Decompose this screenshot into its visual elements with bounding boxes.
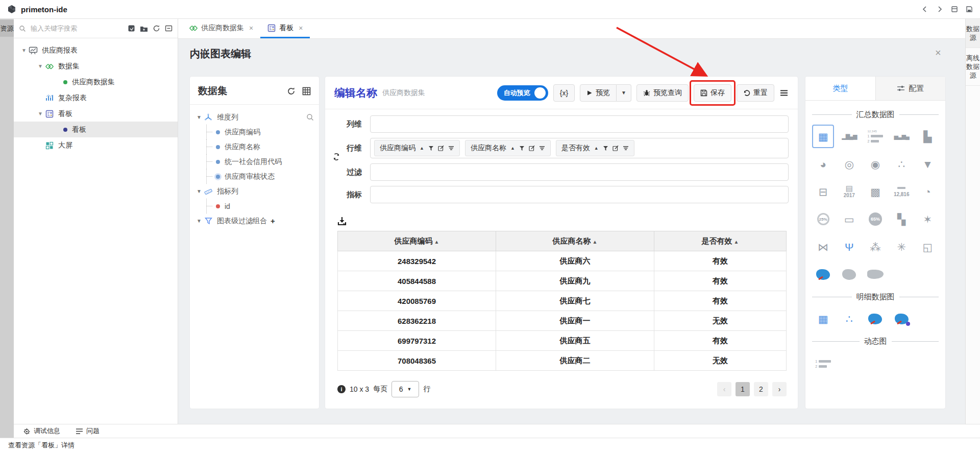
liquid-fill-chart-icon[interactable]: 65% xyxy=(864,207,886,231)
progress-bar-chart-icon[interactable]: ▭ xyxy=(838,207,860,231)
wordcloud-chart-icon[interactable]: ✳ xyxy=(891,235,913,258)
type-panel-tab-0[interactable]: 类型 xyxy=(805,77,875,100)
rose-chart-icon[interactable]: ◉ xyxy=(864,152,886,176)
field-dropzone[interactable] xyxy=(370,115,789,133)
dynamic-bar-chart-icon[interactable]: 12 xyxy=(812,351,834,375)
reset-button[interactable]: 重置 xyxy=(737,84,774,102)
edit-icon[interactable] xyxy=(438,145,444,151)
page-button-2[interactable]: 2 xyxy=(754,382,768,396)
edit-icon[interactable] xyxy=(529,145,535,151)
field-dropzone[interactable] xyxy=(370,163,789,181)
dataset-group[interactable]: ▼ 图表级过滤组合 + xyxy=(195,213,314,228)
column-chart-icon[interactable]: ▂▇▄▆ xyxy=(838,125,860,148)
formula-button[interactable]: {x} xyxy=(553,84,575,102)
table-header-cell[interactable]: 是否有效▲ xyxy=(654,231,787,251)
save-workspace-icon[interactable] xyxy=(966,6,973,13)
treemap-chart-icon[interactable]: ◱ xyxy=(917,235,939,258)
table-header-cell[interactable]: 供应商名称▲ xyxy=(496,231,654,251)
editor-tab-1[interactable]: 看板 × xyxy=(260,19,310,38)
dataset-field[interactable]: 统一社会信用代码 xyxy=(206,154,314,169)
tree-item[interactable]: ▼ 看板 xyxy=(14,106,178,122)
per-page-select[interactable]: 6▼ xyxy=(391,381,419,397)
dataset-field[interactable]: 供应商审核状态 xyxy=(206,169,314,184)
boxplot-chart-icon[interactable]: ⊟ xyxy=(812,180,834,203)
dimension-chip[interactable]: 是否有效▲ xyxy=(556,140,634,156)
bubble-chart-icon[interactable]: ∴ xyxy=(891,152,913,176)
refresh-icon[interactable] xyxy=(153,25,160,32)
china-map-detail-chart-icon[interactable] xyxy=(864,307,886,330)
detail-table-chart-icon[interactable]: ▦ xyxy=(812,307,834,330)
funnel-chart-icon[interactable]: ▼ xyxy=(917,152,939,176)
grid-table-icon[interactable] xyxy=(302,87,311,96)
add-filter-icon[interactable]: + xyxy=(271,217,275,225)
dataset-field[interactable]: id xyxy=(206,199,314,213)
dataset-group[interactable]: ▼ 维度列 xyxy=(195,110,314,125)
heatmap-chart-icon[interactable]: ▩ xyxy=(864,180,886,203)
window-restore-icon[interactable] xyxy=(951,6,958,13)
right-strip-tab-0[interactable]: 数据源 xyxy=(966,19,980,48)
search-input[interactable] xyxy=(30,24,124,33)
china-map-chart-icon[interactable] xyxy=(812,263,834,286)
new-folder-icon[interactable] xyxy=(140,25,148,32)
sort-asc-icon[interactable]: ▲ xyxy=(594,146,599,151)
export-icon[interactable] xyxy=(337,217,347,226)
graph-chart-icon[interactable]: ⁂ xyxy=(864,235,886,258)
dataset-field[interactable]: 供应商名称 xyxy=(206,139,314,154)
china-map-baidu-chart-icon[interactable] xyxy=(891,307,913,330)
left-strip-tab-resources[interactable]: 资源 xyxy=(0,20,14,37)
field-dropzone[interactable]: 供应商编码▲ 供应商名称▲ 是否有效▲ xyxy=(370,138,789,158)
next-page-button[interactable]: › xyxy=(772,382,787,396)
tree-item[interactable]: 复杂报表 xyxy=(14,90,178,106)
filter-icon[interactable] xyxy=(603,146,608,151)
sort-asc-icon[interactable]: ▲ xyxy=(510,146,515,151)
menu-icon[interactable] xyxy=(779,89,789,97)
sankey-chart-icon[interactable]: ⋈ xyxy=(812,235,834,258)
tree-search-icon[interactable] xyxy=(306,113,314,121)
field-dropzone[interactable] xyxy=(370,186,789,203)
prev-page-button[interactable]: ‹ xyxy=(717,382,731,396)
refresh-dark-icon[interactable] xyxy=(287,87,296,96)
filter-icon[interactable] xyxy=(428,146,434,151)
preview-query-button[interactable]: 预览查询 xyxy=(636,84,689,102)
preview-dropdown-button[interactable]: ▼ xyxy=(617,84,631,102)
levels-icon[interactable] xyxy=(539,146,545,151)
dimension-chip[interactable]: 供应商名称▲ xyxy=(465,140,551,156)
dimension-chip[interactable]: 供应商编码▲ xyxy=(374,140,460,156)
nav-back-icon[interactable] xyxy=(921,6,928,13)
tree-item[interactable]: ▼ 供应商报表 xyxy=(14,42,178,58)
waterfall-chart-icon[interactable]: ▙ xyxy=(917,125,939,148)
editor-tab-0[interactable]: 供应商数据集 × xyxy=(182,19,260,38)
sort-asc-icon[interactable]: ▲ xyxy=(420,146,424,151)
tab-close-icon[interactable]: × xyxy=(249,24,253,32)
gauge-chart-icon[interactable]: ◔ xyxy=(917,180,939,203)
kpi-chart-icon[interactable]: 12,816 xyxy=(891,180,913,203)
tree-item[interactable]: 大屏 xyxy=(14,137,178,153)
filter-icon[interactable] xyxy=(519,146,525,151)
auto-preview-toggle[interactable]: 自动预览 xyxy=(497,85,548,101)
donut-chart-icon[interactable]: ◎ xyxy=(838,152,860,176)
tree-chart-icon[interactable]: Ψ xyxy=(838,235,860,258)
bottom-item-issues[interactable]: 问题 xyxy=(76,426,100,436)
calendar-chart-icon[interactable]: ▤2017 xyxy=(838,180,860,203)
save-button[interactable]: 保存 xyxy=(694,84,731,102)
tab-close-icon[interactable]: × xyxy=(299,24,303,32)
radar-chart-icon[interactable]: ✶ xyxy=(917,207,939,231)
histogram-chart-icon[interactable]: ▅▃▆▄ xyxy=(891,125,913,148)
stacked-bar-chart-icon[interactable]: ▚ xyxy=(891,207,913,231)
preview-button[interactable]: 预览 xyxy=(580,84,617,102)
levels-icon[interactable] xyxy=(623,146,629,151)
world-map-chart-icon[interactable] xyxy=(864,263,886,286)
tree-item[interactable]: ▼ 数据集 xyxy=(14,58,178,74)
swap-axes-icon[interactable] xyxy=(332,152,340,161)
pie-chart-icon[interactable]: ◕ xyxy=(812,152,834,176)
page-button-1[interactable]: 1 xyxy=(736,382,750,396)
table-header-cell[interactable]: 供应商编码▲ xyxy=(338,231,496,251)
tree-item[interactable]: 供应商数据集 xyxy=(14,74,178,90)
edit-icon[interactable] xyxy=(612,145,619,151)
type-panel-tab-1[interactable]: 配置 xyxy=(875,77,946,100)
page-close-icon[interactable]: × xyxy=(935,47,941,59)
nav-forward-icon[interactable] xyxy=(936,6,943,13)
bottom-item-debug[interactable]: 调试信息 xyxy=(23,426,60,436)
right-strip-tab-1[interactable]: 离线数据源 xyxy=(966,48,980,86)
scatter-detail-chart-icon[interactable]: ∴ xyxy=(838,307,860,330)
